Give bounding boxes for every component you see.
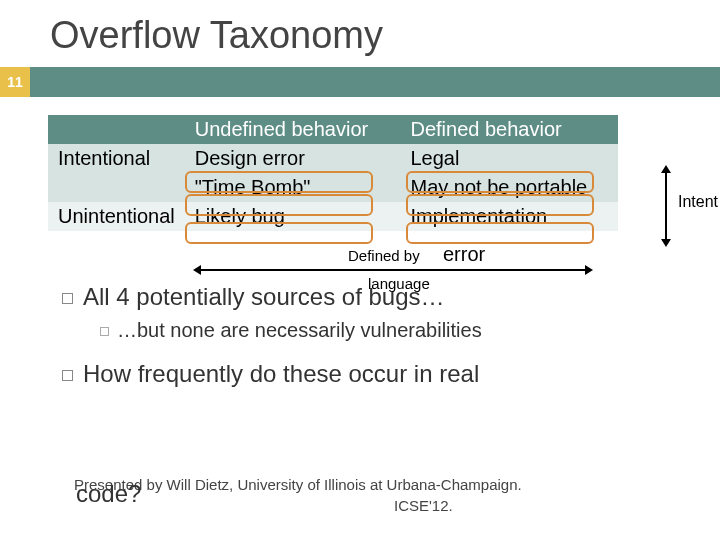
- cell-legal: Legal: [400, 144, 618, 173]
- bullet-text: How frequently do these occur in real: [83, 360, 479, 387]
- defined-by-label: Defined by: [348, 247, 420, 264]
- slide-title: Overflow Taxonomy: [0, 0, 720, 67]
- page-number-bar: 11: [0, 67, 720, 97]
- intent-axis-label: Intent: [678, 193, 718, 211]
- bullet-square-icon: [62, 293, 73, 304]
- table-header-undefined: Undefined behavior: [185, 115, 401, 144]
- table-row: Intentional Design error Legal: [48, 144, 618, 173]
- footer-mid: Will Dietz, University of Illinois at Ur…: [162, 476, 521, 493]
- code-overlay-text: code?: [76, 480, 141, 508]
- sub-bullet-square-icon: [100, 327, 109, 336]
- table-row: Unintentional Likely bug Implementation: [48, 202, 618, 231]
- sub-bullet-item: …but none are necessarily vulnerabilitie…: [100, 319, 720, 342]
- cell-likely-bug: Likely bug: [185, 202, 401, 231]
- page-number: 11: [0, 67, 30, 97]
- sub-bullet-text: …but none are necessarily vulnerabilitie…: [117, 319, 482, 341]
- row-label-intentional: Intentional: [48, 144, 185, 202]
- bullet-item: How frequently do these occur in real: [62, 360, 720, 388]
- table-header-empty: [48, 115, 185, 144]
- table-header-defined: Defined behavior: [400, 115, 618, 144]
- cell-time-bomb: "Time Bomb": [185, 173, 401, 202]
- language-label: language: [368, 275, 430, 292]
- cell-implementation: Implementation: [400, 202, 618, 231]
- taxonomy-table: Undefined behavior Defined behavior Inte…: [48, 115, 618, 231]
- bullet-square-icon: [62, 370, 73, 381]
- cell-design-error: Design error: [185, 144, 401, 173]
- bullet-list: All 4 potentially sources of bugs… …but …: [62, 283, 720, 388]
- vertical-arrow-icon: [659, 165, 673, 247]
- taxonomy-table-wrap: Undefined behavior Defined behavior Inte…: [48, 115, 673, 231]
- cell-not-portable: May not be portable: [400, 173, 618, 202]
- error-overlap-text: error: [443, 243, 485, 266]
- row-label-unintentional: Unintentional: [48, 202, 185, 231]
